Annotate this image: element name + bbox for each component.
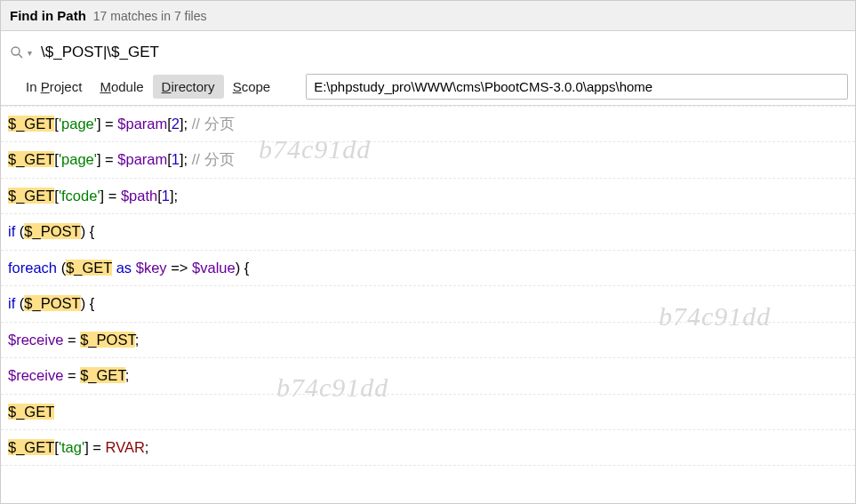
search-history-caret-icon[interactable]: ▾ [28, 48, 32, 58]
result-line[interactable]: $_GET [1, 395, 855, 430]
code-token: if [8, 223, 20, 239]
code-token: $value [192, 260, 236, 276]
code-token: ; [125, 367, 130, 383]
code-token: 2 [172, 116, 180, 132]
code-token: 'page' [59, 151, 97, 167]
tab-in-project[interactable]: In Project [17, 75, 91, 99]
code-token: $param [117, 116, 167, 132]
match-highlight: $_GET [8, 116, 54, 132]
results-list: $_GET['page'] = $param[2]; // 分页$_GET['p… [1, 106, 855, 466]
result-line[interactable]: if ($_POST) { [1, 286, 855, 322]
code-token: 'fcode' [59, 188, 100, 204]
svg-line-1 [19, 54, 22, 58]
code-token: ] = [100, 188, 121, 204]
result-line[interactable]: foreach ($_GET as $key => $value) { [1, 251, 855, 286]
code-token: ; [145, 439, 149, 455]
tab-scope[interactable]: Scope [224, 75, 280, 99]
match-highlight: $_GET [8, 151, 54, 167]
code-token: foreach [8, 260, 61, 276]
code-token: as [112, 260, 136, 276]
match-highlight: $_POST [24, 223, 80, 239]
search-input[interactable] [39, 40, 846, 65]
match-count-label: 17 matches in 7 files [93, 9, 207, 23]
code-token: ]; [180, 116, 192, 132]
code-token: $receive [8, 367, 63, 383]
code-token: ) { [81, 223, 95, 239]
code-token: $param [117, 151, 167, 167]
match-highlight: $_GET [66, 260, 112, 276]
code-token: ) { [236, 260, 250, 276]
code-token: => [167, 260, 192, 276]
match-highlight: $_GET [8, 439, 54, 455]
code-token: = [63, 367, 80, 383]
match-highlight: $_GET [8, 188, 54, 204]
result-line[interactable]: if ($_POST) { [1, 214, 855, 250]
result-line[interactable]: $receive = $_POST; [1, 323, 855, 358]
directory-path-input[interactable] [306, 74, 848, 100]
code-token: RVAR [106, 439, 145, 455]
dialog-header: Find in Path 17 matches in 7 files [1, 1, 855, 31]
code-token: if [8, 295, 20, 311]
result-line[interactable]: $receive = $_GET; [1, 358, 855, 394]
match-highlight: $_POST [24, 295, 80, 311]
code-token: ]; [180, 151, 192, 167]
tab-module[interactable]: Module [91, 75, 152, 99]
search-row: ▾ [1, 31, 855, 70]
result-line[interactable]: $_GET['fcode'] = $path[1]; [1, 179, 855, 214]
match-highlight: $_POST [80, 332, 134, 348]
code-token: $path [121, 188, 157, 204]
code-token: // 分页 [192, 151, 235, 167]
code-token: 1 [172, 151, 180, 167]
code-token: 'tag' [59, 439, 84, 455]
match-highlight: $_GET [80, 367, 124, 383]
code-token: ) { [81, 295, 95, 311]
code-token: = [63, 332, 80, 348]
dialog-title: Find in Path [10, 8, 86, 23]
result-line[interactable]: $_GET['page'] = $param[1]; // 分页 [1, 142, 855, 178]
code-token: 'page' [59, 116, 97, 132]
match-highlight: $_GET [8, 404, 54, 420]
code-token: ] = [84, 439, 105, 455]
result-line[interactable]: $_GET['page'] = $param[2]; // 分页 [1, 106, 855, 142]
code-token: $key [136, 260, 167, 276]
code-token: ] = [97, 151, 117, 167]
code-token: // 分页 [192, 116, 235, 132]
code-token: ] = [97, 116, 117, 132]
results-panel: b74c91dd b74c91dd b74c91dd $_GET['page']… [1, 106, 855, 503]
code-token: 1 [162, 188, 170, 204]
scope-tabs-row: In Project Module Directory Scope [1, 70, 855, 106]
search-icon [10, 45, 24, 60]
tab-directory[interactable]: Directory [153, 75, 224, 99]
result-line[interactable]: $_GET['tag'] = RVAR; [1, 430, 855, 466]
code-token: $receive [8, 332, 63, 348]
svg-point-0 [12, 47, 20, 55]
find-in-path-window: Find in Path 17 matches in 7 files ▾ In … [0, 0, 856, 504]
code-token: ; [135, 332, 140, 348]
code-token: ]; [170, 188, 178, 204]
